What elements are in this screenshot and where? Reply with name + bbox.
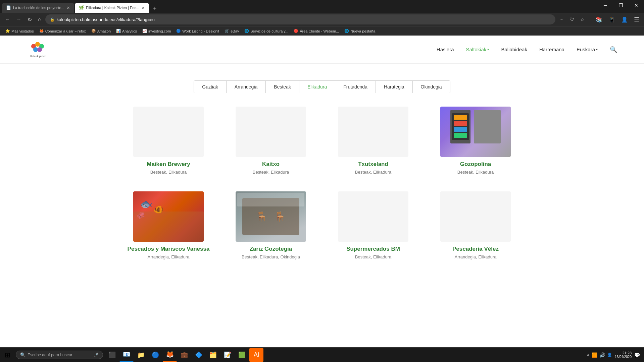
product-tags: Besteak, Elikadura <box>150 170 187 175</box>
site-logo[interactable]: Kaleak pizten <box>27 40 49 59</box>
nav-baliabideak[interactable]: Baliabideak <box>501 47 527 52</box>
ebay-bookmark-label: eBay <box>231 29 239 33</box>
maximize-button[interactable]: ❐ <box>613 0 629 11</box>
bookmark-item-visited[interactable]: ⭐ Más visitados <box>3 28 37 34</box>
product-image-placeholder <box>133 107 204 157</box>
filter-tab-arrandegia[interactable]: Arrandegia <box>227 81 266 93</box>
tab-inactive[interactable]: 📄 La traducción de los proyecto... ✕ <box>2 3 74 13</box>
tab-bar: 📄 La traducción de los proyecto... ✕ 🌿 E… <box>0 0 644 13</box>
window-controls: ─ ❐ ✕ <box>598 0 644 11</box>
bookmark-item-amazon[interactable]: 📦 Amazon <box>89 28 113 34</box>
filter-tab-frutadenda[interactable]: Frutadenda <box>335 81 376 93</box>
bookmark-item-ebay[interactable]: 🛒 eBay <box>222 28 242 34</box>
product-tags: Besteak, Elikadura <box>457 170 494 175</box>
worklisting-bookmark-icon: 🔵 <box>176 29 181 33</box>
dropdown-arrow-saltokiak: ▾ <box>487 48 489 51</box>
filter-section: Guztiak Arrandegia Besteak Elikadura Fru… <box>0 77 644 100</box>
nav-hasiera[interactable]: Hasiera <box>437 47 454 52</box>
bookmark-item-worklisting[interactable]: 🔵 Work Listing - Designit <box>174 28 222 34</box>
filter-tab-harategia[interactable]: Harategia <box>376 81 413 93</box>
bookmark-icon: ⭐ <box>5 29 10 33</box>
tab-title: La traducción de los proyecto... <box>13 6 64 10</box>
product-tags: Besteak, Elikadura <box>253 170 289 175</box>
products-grid: Maiken Brewery Besteak, Elikadura Kaitxo… <box>121 103 524 263</box>
product-name: Txutxeland <box>358 161 388 168</box>
product-card-maiken[interactable]: Maiken Brewery Besteak, Elikadura <box>121 103 216 178</box>
product-image-vending <box>440 107 511 157</box>
close-window-button[interactable]: ✕ <box>629 0 644 11</box>
worklisting-bookmark-label: Work Listing - Designit <box>182 29 219 33</box>
sidebar-button[interactable]: 📚 <box>594 16 604 23</box>
product-tags: Arrandegia, Elikadura <box>147 254 189 259</box>
product-card-txutxeland[interactable]: Txutxeland Besteak, Elikadura <box>326 103 421 178</box>
menu-button[interactable]: ☰ <box>632 15 641 24</box>
address-bar[interactable]: 🔒 kaleakpizten.balmaseando.eus/elikadura… <box>45 14 556 24</box>
product-image-placeholder <box>338 107 408 157</box>
product-card-gozopolina[interactable]: Gozopolina Besteak, Elikadura <box>428 103 524 178</box>
new-tab-button[interactable]: + <box>150 4 160 13</box>
site-header: Kaleak pizten Hasiera Saltokiak ▾ Baliab… <box>0 36 644 64</box>
product-tags: Besteak, Elikadura <box>355 170 391 175</box>
home-button[interactable]: ⌂ <box>36 15 43 24</box>
bookmark-star-button[interactable]: ☆ <box>578 16 587 23</box>
bookmark-label: Más visitados <box>11 29 34 33</box>
amazon-bookmark-label: Amazon <box>97 29 111 33</box>
analytics-bookmark-icon: 📊 <box>116 29 121 33</box>
screen-button[interactable]: 📱 <box>606 16 617 23</box>
refresh-button[interactable]: ↻ <box>26 15 34 24</box>
product-image-placeholder <box>440 191 511 242</box>
tab-favicon: 📄 <box>6 5 11 10</box>
product-name: Kaitxo <box>262 161 280 168</box>
product-image-placeholder <box>338 191 408 242</box>
product-tags: Besteak, Elikadura <box>355 254 391 259</box>
product-image-restaurant: 🪑 🪑 <box>236 191 306 242</box>
product-name: Supermercados BM <box>346 246 400 252</box>
account-button[interactable]: 👤 <box>619 16 630 23</box>
bookmark-item-analytics[interactable]: 📊 Analytics <box>113 28 140 34</box>
address-bar-row: ← → ↻ ⌂ 🔒 kaleakpizten.balmaseando.eus/e… <box>0 13 644 26</box>
filter-tabs: Guztiak Arrandegia Besteak Elikadura Fru… <box>194 80 450 93</box>
bookmark-item-area[interactable]: 🔴 Área Cliente - Webem... <box>291 28 342 34</box>
nav-harremana[interactable]: Harremana <box>539 47 564 52</box>
nav-euskara[interactable]: Euskara ▾ <box>577 47 598 52</box>
extensions-button[interactable]: ··· <box>557 16 565 23</box>
nav-saltokiak[interactable]: Saltokiak ▾ <box>466 47 489 52</box>
filter-tab-guztiak[interactable]: Guztiak <box>194 81 226 93</box>
tab-favicon-active: 🌿 <box>79 5 84 10</box>
bookmark-item-investing[interactable]: 📈 investing.com <box>140 28 174 34</box>
product-name: Maiken Brewery <box>147 161 190 168</box>
tab-close-active-btn[interactable]: ✕ <box>141 5 145 10</box>
product-card-pescaderia-velez[interactable]: Pescadería Vélez Arrandegia, Elikadura <box>428 188 524 263</box>
bookmark-item-firefox[interactable]: 🦊 Comenzar a usar Firefox <box>37 28 89 34</box>
product-image-placeholder <box>236 107 306 157</box>
product-card-pescados[interactable]: 🐟 🐠 🦑 Pescados y Mariscos Vanessa Arrand… <box>121 188 216 263</box>
shield-button[interactable]: 🛡 <box>567 16 576 23</box>
ebay-bookmark-icon: 🛒 <box>225 29 229 33</box>
forward-button[interactable]: → <box>14 15 23 24</box>
website-content: Kaleak pizten Hasiera Saltokiak ▾ Baliab… <box>0 36 644 290</box>
product-tags: Besteak, Elikadura, Okindegia <box>242 254 300 259</box>
firefox-bookmark-icon: 🦊 <box>39 29 44 33</box>
search-button[interactable]: 🔍 <box>610 46 617 53</box>
tab-close-btn[interactable]: ✕ <box>66 5 70 10</box>
product-card-zariz[interactable]: 🪑 🪑 Zariz Gozotegia Besteak, Elikadura, … <box>223 188 319 263</box>
nueva-bookmark-icon: 🌐 <box>344 29 349 33</box>
servicios-bookmark-label: Servicios de cultura y... <box>250 29 288 33</box>
filter-tab-elikadura[interactable]: Elikadura <box>299 81 335 93</box>
back-button[interactable]: ← <box>3 15 12 24</box>
filter-tab-okindegia[interactable]: Okindegia <box>413 81 450 93</box>
investing-bookmark-label: investing.com <box>148 29 171 33</box>
product-card-supermercados[interactable]: Supermercados BM Besteak, Elikadura <box>326 188 421 263</box>
bookmark-item-nueva[interactable]: 🌐 Nueva pestaña <box>342 28 378 34</box>
url-display: kaleakpizten.balmaseando.eus/elikadura/?… <box>57 17 155 22</box>
products-section: Maiken Brewery Besteak, Elikadura Kaitxo… <box>0 100 644 290</box>
analytics-bookmark-label: Analytics <box>122 29 137 33</box>
filter-tab-besteak[interactable]: Besteak <box>266 81 299 93</box>
svg-point-4 <box>37 47 42 52</box>
svg-point-1 <box>35 42 40 47</box>
bookmark-item-servicios[interactable]: 🌐 Servicios de cultura y... <box>242 28 291 34</box>
product-name: Gozopolina <box>460 161 491 168</box>
product-card-kaitxo[interactable]: Kaitxo Besteak, Elikadura <box>223 103 319 178</box>
tab-active[interactable]: 🌿 Elikadura | Kaleak Pizten | Enc... ✕ <box>75 3 149 13</box>
minimize-button[interactable]: ─ <box>598 0 613 11</box>
